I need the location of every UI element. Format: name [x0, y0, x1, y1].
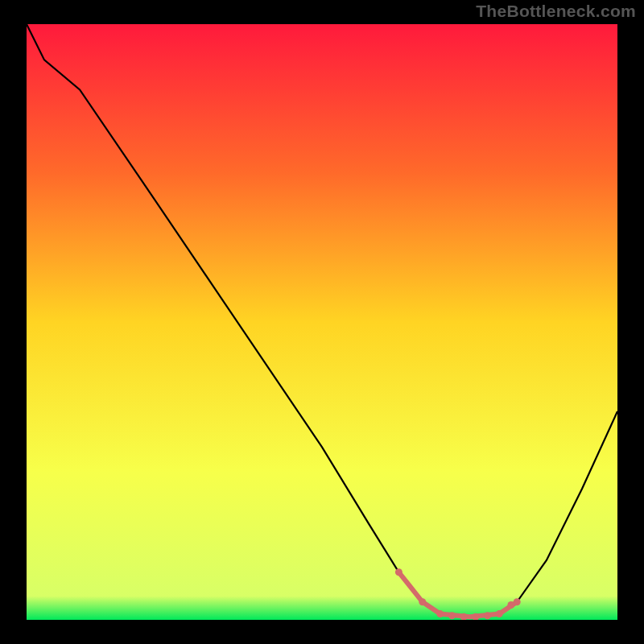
- highlight-marker: [496, 610, 503, 617]
- chart-container: TheBottleneck.com: [0, 0, 644, 644]
- highlight-marker: [514, 598, 521, 605]
- highlight-marker: [436, 610, 444, 617]
- gradient-background: [27, 24, 617, 620]
- highlight-marker: [419, 598, 426, 605]
- highlight-marker: [395, 568, 402, 576]
- plot-area: [27, 24, 617, 620]
- highlight-marker: [484, 612, 491, 619]
- chart-svg: [27, 24, 617, 620]
- watermark-text: TheBottleneck.com: [476, 2, 636, 21]
- highlight-marker: [448, 612, 456, 619]
